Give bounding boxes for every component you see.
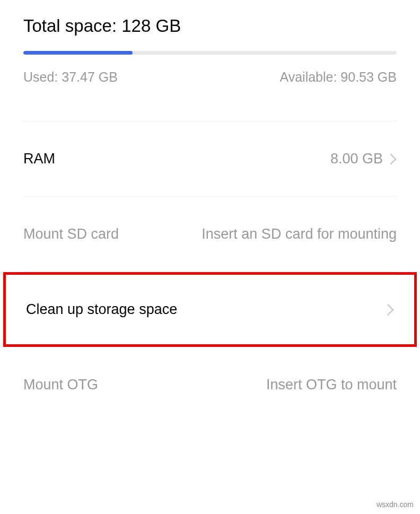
used-label: Used: 37.47 GB: [23, 69, 118, 85]
mount-otg-hint: Insert OTG to mount: [266, 377, 397, 393]
clean-up-storage-label: Clean up storage space: [26, 301, 177, 318]
storage-progress-fill: [23, 51, 133, 55]
ram-value: 8.00 GB: [330, 151, 383, 167]
total-space-title: Total space: 128 GB: [23, 16, 397, 36]
chevron-right-icon: [389, 153, 397, 165]
mount-otg-item: Mount OTG Insert OTG to mount: [0, 347, 420, 422]
mount-sd-card-item: Mount SD card Insert an SD card for moun…: [0, 197, 420, 272]
mount-sd-card-hint: Insert an SD card for mounting: [202, 226, 397, 242]
total-space-section: Total space: 128 GB Used: 37.47 GB Avail…: [0, 0, 420, 121]
chevron-right-icon: [387, 303, 394, 316]
ram-item[interactable]: RAM 8.00 GB: [0, 121, 420, 196]
clean-up-storage-item[interactable]: Clean up storage space: [3, 272, 417, 347]
mount-otg-right: Insert OTG to mount: [266, 377, 397, 393]
ram-right: 8.00 GB: [330, 151, 397, 167]
storage-labels: Used: 37.47 GB Available: 90.53 GB: [23, 69, 397, 121]
available-label: Available: 90.53 GB: [279, 69, 397, 85]
mount-sd-card-right: Insert an SD card for mounting: [202, 226, 397, 242]
watermark: wsxdn.com: [374, 499, 416, 510]
mount-sd-card-label: Mount SD card: [23, 226, 119, 242]
clean-up-storage-right: [387, 303, 394, 316]
mount-otg-label: Mount OTG: [23, 377, 98, 393]
storage-progress-bar: [23, 51, 397, 55]
ram-label: RAM: [23, 151, 55, 167]
